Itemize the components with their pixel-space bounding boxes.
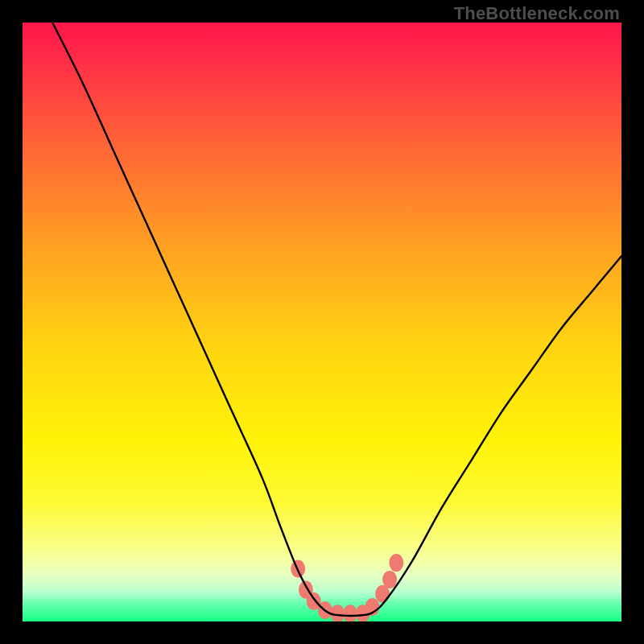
bead-marker [389, 554, 403, 572]
watermark-text: TheBottleneck.com [454, 3, 620, 24]
chart-frame: TheBottleneck.com [0, 0, 644, 644]
bead-marker [382, 571, 397, 588]
bottleneck-curve [52, 23, 621, 616]
plot-area [23, 23, 621, 621]
bead-marker [330, 605, 345, 621]
curve-layer [23, 23, 621, 621]
bead-marker [343, 605, 357, 621]
